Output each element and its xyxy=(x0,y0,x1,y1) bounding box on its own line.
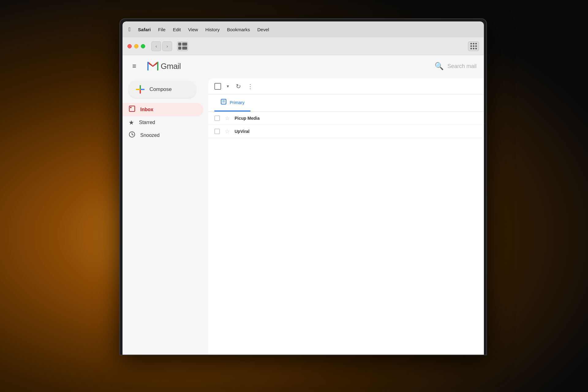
gmail-body: Compose Inbox ★ xyxy=(123,77,484,355)
gmail-logo-icon xyxy=(146,59,160,73)
star-icon[interactable]: ☆ xyxy=(225,128,230,135)
view-menu[interactable]: View xyxy=(188,27,198,32)
safari-menu[interactable]: Safari xyxy=(138,27,151,32)
snoozed-icon xyxy=(129,131,135,140)
back-button[interactable]: ‹ xyxy=(151,41,161,51)
svg-line-9 xyxy=(132,134,133,135)
forward-button[interactable]: › xyxy=(162,41,172,51)
compose-button[interactable]: Compose xyxy=(129,81,196,98)
fullscreen-button[interactable] xyxy=(141,44,145,48)
search-placeholder-text: Search mail xyxy=(447,63,477,70)
close-button[interactable] xyxy=(127,44,132,48)
sidebar-item-snoozed[interactable]: Snoozed xyxy=(123,129,203,142)
browser-chrome: ‹ › xyxy=(123,37,484,55)
apple-menu[interactable]:  xyxy=(129,26,131,33)
svg-rect-6 xyxy=(130,107,131,108)
traffic-lights xyxy=(127,44,145,48)
history-menu[interactable]: History xyxy=(205,27,220,32)
search-icon: 🔍 xyxy=(435,62,444,70)
email-sender: Picup Media xyxy=(235,116,284,121)
compose-label: Compose xyxy=(149,86,172,92)
select-all-checkbox[interactable] xyxy=(214,83,221,90)
inbox-icon xyxy=(129,105,135,114)
file-menu[interactable]: File xyxy=(158,27,165,32)
minimize-button[interactable] xyxy=(134,44,138,48)
sidebar-item-inbox[interactable]: Inbox xyxy=(123,103,203,116)
table-row[interactable]: ☆ Picup Media xyxy=(208,112,484,125)
primary-tab-label: Primary xyxy=(230,100,244,105)
select-dropdown[interactable]: ▼ xyxy=(226,84,230,89)
hamburger-menu[interactable]: ≡ xyxy=(130,60,139,73)
star-icon[interactable]: ☆ xyxy=(225,115,230,122)
screen:  Safari File Edit View History Bookmark… xyxy=(123,21,484,355)
table-row[interactable]: ☆ UpViral xyxy=(208,125,484,138)
primary-tab-icon xyxy=(221,99,227,106)
laptop-frame:  Safari File Edit View History Bookmark… xyxy=(119,18,487,355)
more-options-button[interactable]: ⋮ xyxy=(247,83,253,90)
bookmarks-menu[interactable]: Bookmarks xyxy=(227,27,250,32)
sidebar-item-starred[interactable]: ★ Starred xyxy=(123,116,203,129)
gmail-content: ≡ Gmail 🔍 Search xyxy=(123,55,484,355)
gmail-tabs: Primary xyxy=(208,94,484,112)
sidebar-toggle-icon xyxy=(178,43,187,50)
gmail-toolbar: ▼ ↻ ⋮ xyxy=(208,78,484,94)
develop-menu[interactable]: Devel xyxy=(257,27,269,32)
menubar:  Safari File Edit View History Bookmark… xyxy=(123,21,484,37)
gmail-main: ▼ ↻ ⋮ xyxy=(208,78,484,355)
gmail-search: 🔍 Search mail xyxy=(435,62,477,70)
sidebar-starred-label: Starred xyxy=(139,120,155,125)
gmail-sidebar: Compose Inbox ★ xyxy=(123,77,208,355)
apps-grid-button[interactable] xyxy=(468,41,479,51)
compose-plus-icon xyxy=(136,85,145,94)
email-checkbox[interactable] xyxy=(214,115,220,121)
gmail-header: ≡ Gmail 🔍 Search xyxy=(123,55,484,77)
svg-rect-5 xyxy=(129,106,135,111)
starred-icon: ★ xyxy=(129,119,134,126)
tab-primary[interactable]: Primary xyxy=(214,94,251,111)
svg-rect-10 xyxy=(221,99,226,104)
forward-icon: › xyxy=(167,44,168,49)
edit-menu[interactable]: Edit xyxy=(173,27,181,32)
back-icon: ‹ xyxy=(156,44,157,49)
refresh-button[interactable]: ↻ xyxy=(236,83,241,90)
sidebar-snoozed-label: Snoozed xyxy=(140,133,160,138)
email-sender: UpViral xyxy=(235,129,284,134)
svg-rect-4 xyxy=(157,62,158,70)
sidebar-toggle-button[interactable] xyxy=(177,41,188,51)
svg-rect-3 xyxy=(147,62,149,70)
gmail-title: Gmail xyxy=(161,62,181,71)
email-checkbox[interactable] xyxy=(214,129,220,134)
grid-icon xyxy=(470,43,477,49)
nav-buttons: ‹ › xyxy=(151,41,172,51)
gmail-logo: Gmail xyxy=(146,59,181,73)
sidebar-inbox-label: Inbox xyxy=(140,107,153,112)
